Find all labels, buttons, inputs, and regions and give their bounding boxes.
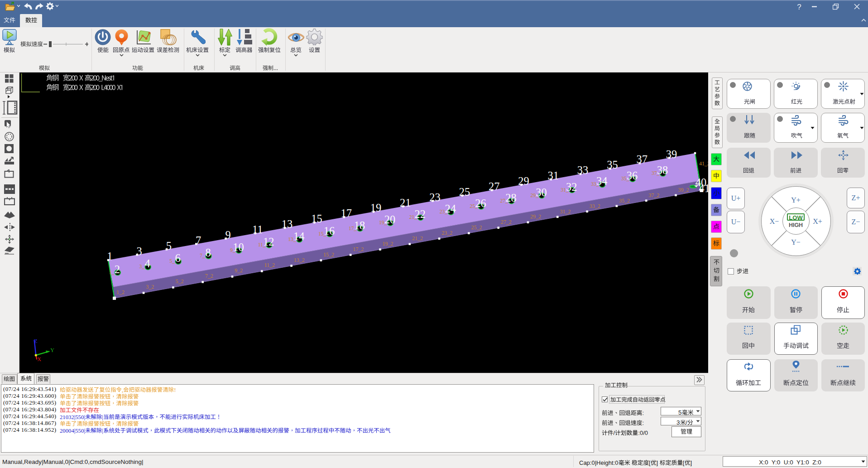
- svg-text:X: X: [37, 356, 41, 362]
- svg-text:31_2: 31_2: [560, 208, 571, 215]
- svg-text:41_2: 41_2: [699, 160, 708, 167]
- svg-text:19_2: 19_2: [383, 241, 393, 247]
- svg-text:12: 12: [263, 236, 274, 248]
- svg-text:6: 6: [175, 252, 180, 264]
- svg-text:5_2: 5_2: [176, 278, 184, 285]
- svg-text:9: 9: [225, 229, 230, 241]
- svg-text:10: 10: [233, 241, 244, 253]
- svg-text:35: 35: [607, 159, 618, 171]
- svg-text:25: 25: [459, 186, 470, 198]
- svg-text:30: 30: [536, 186, 547, 198]
- svg-text:1_2: 1_2: [116, 289, 125, 295]
- svg-text:2: 2: [115, 263, 120, 275]
- svg-text:21: 21: [400, 197, 411, 209]
- svg-text:5: 5: [166, 240, 172, 252]
- svg-text:29: 29: [518, 175, 529, 187]
- svg-text:24: 24: [445, 203, 456, 215]
- svg-text:13: 13: [282, 218, 293, 230]
- svg-text:15_2: 15_2: [323, 251, 334, 258]
- svg-text:22: 22: [415, 208, 426, 220]
- svg-text:33: 33: [577, 164, 589, 176]
- svg-text:37: 37: [636, 153, 647, 165]
- svg-text:?: ?: [797, 3, 801, 11]
- svg-text:27_2: 27_2: [501, 219, 512, 225]
- svg-text:23: 23: [429, 191, 441, 203]
- svg-text:21_2: 21_2: [412, 235, 423, 241]
- svg-text:39_2: 39_2: [678, 187, 689, 193]
- svg-text:3_2: 3_2: [146, 284, 154, 290]
- svg-text:7_2: 7_2: [205, 273, 213, 279]
- svg-text:26: 26: [475, 197, 486, 209]
- svg-text:37_2: 37_2: [648, 192, 659, 198]
- svg-text:19: 19: [370, 202, 382, 214]
- svg-text:28: 28: [505, 192, 517, 204]
- svg-text:9_2: 9_2: [235, 267, 243, 274]
- svg-text:41: 41: [699, 182, 708, 194]
- svg-text:17: 17: [340, 207, 352, 219]
- svg-text:11_2: 11_2: [264, 262, 275, 268]
- svg-text:32: 32: [566, 181, 577, 193]
- svg-text:35_2: 35_2: [619, 198, 630, 204]
- svg-text:31: 31: [548, 169, 559, 182]
- svg-text:7: 7: [196, 234, 201, 246]
- svg-text:23_2: 23_2: [441, 230, 452, 236]
- svg-text:25_2: 25_2: [471, 224, 482, 231]
- svg-text:Y: Y: [50, 347, 54, 353]
- svg-text:17_2: 17_2: [353, 246, 364, 252]
- svg-text:16: 16: [324, 225, 335, 237]
- svg-text:39: 39: [666, 148, 677, 160]
- svg-text:13_2: 13_2: [294, 257, 305, 263]
- svg-text:34: 34: [596, 175, 608, 187]
- svg-text:29_2: 29_2: [530, 213, 541, 220]
- svg-text:15: 15: [311, 212, 322, 225]
- svg-text:8: 8: [205, 246, 211, 259]
- svg-text:27: 27: [489, 180, 500, 193]
- svg-text:18: 18: [354, 219, 365, 232]
- svg-text:14: 14: [293, 230, 305, 242]
- svg-text:36: 36: [627, 169, 638, 182]
- svg-text:20: 20: [384, 213, 396, 226]
- svg-text:3: 3: [136, 245, 142, 257]
- svg-text:38: 38: [657, 164, 668, 176]
- svg-text:33_2: 33_2: [590, 203, 600, 209]
- svg-text:Z: Z: [34, 338, 37, 344]
- svg-text:1: 1: [107, 250, 112, 262]
- svg-text:11: 11: [252, 223, 263, 236]
- svg-text:4: 4: [145, 257, 150, 270]
